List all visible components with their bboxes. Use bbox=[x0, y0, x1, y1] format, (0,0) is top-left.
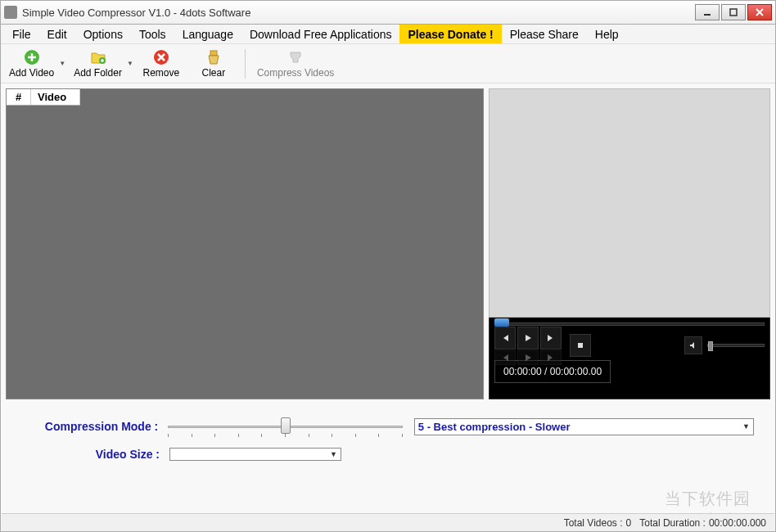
remove-button[interactable]: Remove bbox=[137, 46, 186, 82]
menu-edit[interactable]: Edit bbox=[39, 25, 75, 43]
video-size-label: Video Size : bbox=[38, 448, 169, 461]
compression-mode-combo[interactable]: 5 - Best compression - Slower ▼ bbox=[414, 418, 754, 435]
compress-label: Compress Videos bbox=[257, 67, 335, 79]
compress-videos-button[interactable]: Compress Videos bbox=[252, 46, 340, 82]
menu-options[interactable]: Options bbox=[75, 25, 131, 43]
app-icon bbox=[4, 6, 17, 19]
add-folder-label: Add Folder bbox=[74, 67, 122, 79]
video-list-header: # Video bbox=[7, 89, 80, 106]
svg-rect-5 bbox=[210, 51, 217, 56]
svg-rect-1 bbox=[730, 9, 737, 16]
compression-mode-value: 5 - Best compression - Slower bbox=[418, 421, 571, 433]
toolbar-separator bbox=[245, 49, 246, 79]
total-videos-value: 0 bbox=[626, 517, 632, 529]
menu-download[interactable]: Download Free Applications bbox=[241, 25, 400, 43]
maximize-button[interactable] bbox=[721, 4, 746, 20]
close-button[interactable] bbox=[747, 4, 772, 20]
menu-help[interactable]: Help bbox=[587, 25, 627, 43]
clear-icon bbox=[205, 49, 222, 65]
status-bar: Total Videos : 0 Total Duration : 00:00:… bbox=[2, 513, 774, 531]
window-title: Simple Video Compressor V1.0 - 4dots Sof… bbox=[22, 7, 695, 19]
video-preview-area bbox=[489, 88, 770, 318]
remove-icon bbox=[153, 49, 169, 65]
svg-rect-0 bbox=[704, 14, 711, 16]
menu-share[interactable]: Please Share bbox=[502, 25, 587, 43]
add-video-button[interactable]: Add Video bbox=[4, 46, 59, 82]
video-list-panel[interactable]: # Video bbox=[6, 88, 484, 399]
compression-slider-thumb[interactable] bbox=[281, 417, 291, 434]
menu-file[interactable]: File bbox=[4, 25, 39, 43]
clear-label: Clear bbox=[202, 67, 226, 79]
add-folder-dropdown[interactable]: ▼ bbox=[127, 60, 133, 67]
volume-button[interactable] bbox=[684, 336, 702, 354]
add-video-label: Add Video bbox=[9, 67, 54, 79]
step-forward-button[interactable] bbox=[540, 350, 562, 365]
minimize-button[interactable] bbox=[695, 4, 720, 20]
menu-language[interactable]: Language bbox=[174, 25, 241, 43]
seek-slider[interactable] bbox=[494, 322, 765, 326]
chevron-down-icon: ▼ bbox=[742, 422, 750, 431]
svg-rect-6 bbox=[578, 343, 583, 348]
total-duration-value: 00:00:00.000 bbox=[709, 517, 766, 529]
seek-thumb[interactable] bbox=[494, 318, 509, 327]
play-alt-button[interactable] bbox=[517, 350, 539, 365]
compress-icon bbox=[287, 49, 304, 65]
toolbar: Add Video ▼ Add Folder ▼ Remove Clear Co… bbox=[1, 44, 775, 83]
add-folder-button[interactable]: Add Folder bbox=[69, 46, 127, 82]
chevron-down-icon: ▼ bbox=[330, 450, 337, 458]
menu-bar: File Edit Options Tools Language Downloa… bbox=[1, 25, 775, 44]
video-size-combo[interactable]: ▼ bbox=[169, 448, 341, 461]
menu-donate[interactable]: Please Donate ! bbox=[399, 25, 501, 43]
volume-slider[interactable] bbox=[707, 344, 765, 347]
total-duration-label: Total Duration : bbox=[639, 517, 706, 529]
window-titlebar: Simple Video Compressor V1.0 - 4dots Sof… bbox=[0, 0, 776, 25]
add-video-dropdown[interactable]: ▼ bbox=[59, 60, 65, 67]
compression-mode-slider[interactable] bbox=[168, 414, 403, 439]
remove-label: Remove bbox=[143, 67, 180, 79]
add-video-icon bbox=[24, 49, 40, 65]
menu-tools[interactable]: Tools bbox=[131, 25, 174, 43]
column-number[interactable]: # bbox=[7, 89, 31, 105]
volume-thumb[interactable] bbox=[708, 341, 713, 351]
total-videos-label: Total Videos : bbox=[564, 517, 623, 529]
add-folder-icon bbox=[90, 49, 106, 65]
player-controls: 00:00:00 / 00:00:00.00 bbox=[489, 318, 770, 399]
compression-mode-label: Compression Mode : bbox=[38, 420, 168, 433]
step-back-button[interactable] bbox=[494, 350, 516, 365]
clear-button[interactable]: Clear bbox=[189, 46, 238, 82]
column-video[interactable]: Video bbox=[31, 89, 80, 105]
stop-button[interactable] bbox=[570, 334, 591, 357]
watermark-text: 当下软件园 bbox=[665, 488, 751, 510]
